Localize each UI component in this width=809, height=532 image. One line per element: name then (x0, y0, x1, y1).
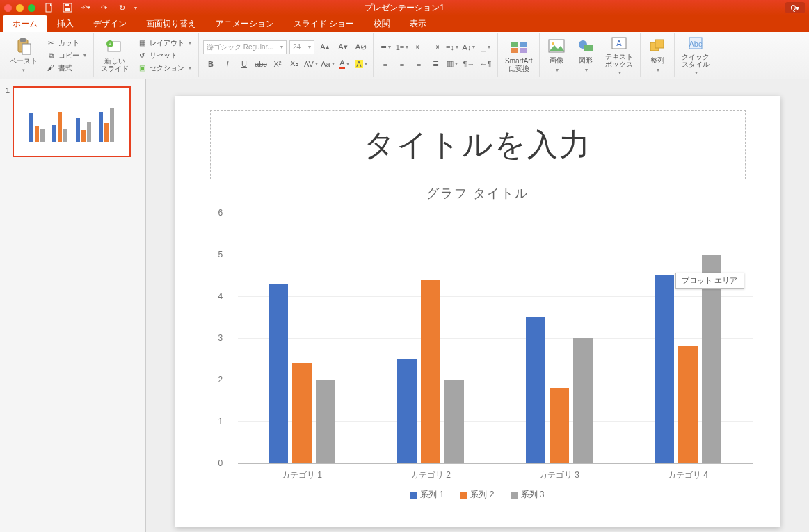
highlight-button[interactable]: A (353, 57, 369, 71)
text-direction-button[interactable]: A↕ (461, 40, 476, 54)
svg-point-15 (552, 42, 554, 45)
bar[interactable] (655, 275, 674, 463)
grow-font-button[interactable]: A▴ (317, 40, 333, 54)
bold-button[interactable]: B (203, 57, 218, 71)
repeat-icon[interactable]: ↻ (116, 2, 127, 13)
font-color-button[interactable]: A (337, 57, 352, 71)
title-placeholder[interactable]: タイトルを入力 (210, 110, 746, 179)
format-painter-button[interactable]: 🖌書式 (43, 63, 89, 74)
bar[interactable] (397, 359, 417, 463)
picture-button[interactable]: 画像 (544, 36, 569, 74)
group-paragraph: ≣ 1≡ ⇤ ⇥ ≡↕ A↕ ⎯ ≡ ≡ ≡ ≣ ▥ ¶→ ←¶ (374, 33, 498, 77)
decrease-indent-button[interactable]: ⇤ (411, 40, 426, 54)
shapes-button[interactable]: 図形 (573, 36, 598, 74)
convert-smartart-button[interactable]: SmartArt に変換 (502, 38, 535, 74)
clear-formatting-button[interactable]: A⊘ (353, 40, 369, 54)
chart-legend[interactable]: 系列 1系列 2系列 3 (196, 489, 760, 501)
group-smartart: SmartArt に変換 (498, 33, 540, 77)
ltr-button[interactable]: ¶→ (461, 57, 476, 71)
shrink-font-button[interactable]: A▾ (335, 40, 351, 54)
align-text-button[interactable]: ⎯ (478, 40, 493, 54)
italic-button[interactable]: I (220, 57, 235, 71)
bar[interactable] (526, 317, 545, 463)
tab-design[interactable]: デザイン (83, 15, 136, 32)
undo-icon[interactable]: ↶▾ (80, 2, 91, 13)
font-size-combo[interactable]: 24▾ (289, 40, 314, 54)
group-slides: + 新しい スライド ▦レイアウト ↺リセット ▣セクション (94, 33, 199, 77)
tab-home[interactable]: ホーム (3, 15, 47, 32)
reset-button[interactable]: ↺リセット (134, 50, 194, 61)
copy-button[interactable]: ⧉コピー (43, 50, 89, 61)
x-tick-label: カテゴリ 1 (238, 469, 367, 481)
align-right-button[interactable]: ≡ (411, 57, 426, 71)
quickstyles-button[interactable]: Abcクイック スタイル (679, 33, 712, 77)
bar[interactable] (421, 280, 440, 463)
qat-customize-dropdown[interactable]: ▾ (134, 5, 137, 11)
arrange-button[interactable]: 整列 (645, 36, 670, 74)
chart-object[interactable]: 0123456 カテゴリ 1カテゴリ 2カテゴリ 3カテゴリ 4 系列 1系列 … (196, 206, 760, 505)
format-painter-icon: 🖌 (46, 63, 56, 73)
y-tick: 3 (218, 333, 223, 343)
underline-button[interactable]: U (237, 57, 252, 71)
legend-entry[interactable]: 系列 1 (410, 489, 444, 501)
char-spacing-button[interactable]: AV (303, 57, 319, 71)
tab-view[interactable]: 表示 (400, 15, 436, 32)
y-tick: 4 (218, 291, 223, 301)
font-name-combo[interactable]: 游ゴシック Regular...▾ (203, 40, 287, 54)
svg-rect-5 (20, 38, 26, 42)
increase-indent-button[interactable]: ⇥ (428, 40, 443, 54)
align-left-button[interactable]: ≡ (378, 57, 393, 71)
plot-area[interactable]: 0123456 (238, 213, 753, 463)
legend-entry[interactable]: 系列 3 (511, 489, 545, 501)
tab-animations[interactable]: アニメーション (206, 15, 284, 32)
close-window-button[interactable] (4, 4, 12, 12)
zoom-window-button[interactable] (28, 4, 35, 12)
bar[interactable] (573, 338, 593, 463)
columns-button[interactable]: ▥ (444, 57, 460, 71)
workspace: 1 ･････････ タイトルを入力 グラフ タイトル 0123456 カテゴ… (0, 79, 809, 532)
justify-button[interactable]: ≣ (428, 57, 443, 71)
tab-insert[interactable]: 挿入 (47, 15, 83, 32)
category-group (624, 213, 753, 463)
redo-icon[interactable]: ↷ (98, 2, 109, 13)
bar[interactable] (444, 380, 464, 463)
paste-button[interactable]: ペースト ▾ (7, 37, 40, 74)
smartart-icon (509, 39, 529, 56)
tab-slideshow[interactable]: スライド ショー (284, 15, 364, 32)
file-icon[interactable] (44, 2, 55, 13)
new-slide-button[interactable]: + 新しい スライド (98, 38, 131, 74)
cut-button[interactable]: ✂カット (43, 38, 89, 49)
numbering-button[interactable]: 1≡ (394, 40, 410, 54)
rtl-button[interactable]: ←¶ (478, 57, 493, 71)
slide-canvas-area[interactable]: タイトルを入力 グラフ タイトル 0123456 カテゴリ 1カテゴリ 2カテゴ… (146, 79, 809, 532)
chart-title[interactable]: グラフ タイトル (196, 185, 760, 202)
bar[interactable] (316, 380, 335, 463)
slide-thumbnail-1[interactable]: ･････････ (13, 86, 131, 157)
tab-transitions[interactable]: 画面切り替え (136, 15, 206, 32)
superscript-button[interactable]: X² (270, 57, 285, 71)
textbox-button[interactable]: Aテキスト ボックス (602, 33, 636, 77)
search-button[interactable]: Q▾ (785, 2, 805, 13)
bullets-button[interactable]: ≣ (378, 40, 393, 54)
bar[interactable] (269, 284, 288, 463)
bar[interactable] (550, 388, 569, 463)
strike-button[interactable]: abc (253, 57, 269, 71)
tab-review[interactable]: 校閲 (364, 15, 400, 32)
layout-button[interactable]: ▦レイアウト (134, 38, 194, 49)
bar[interactable] (292, 363, 312, 463)
bar[interactable] (678, 346, 698, 463)
legend-entry[interactable]: 系列 2 (460, 489, 494, 501)
svg-rect-17 (584, 45, 593, 51)
titlebar: ↶▾ ↷ ↻ ▾ プレゼンテーション1 Q▾ (0, 0, 809, 15)
section-button[interactable]: ▣セクション (134, 63, 194, 74)
save-icon[interactable] (62, 2, 73, 13)
group-quickstyles: Abcクイック スタイル (675, 33, 716, 77)
line-spacing-button[interactable]: ≡↕ (444, 40, 460, 54)
slide[interactable]: タイトルを入力 グラフ タイトル 0123456 カテゴリ 1カテゴリ 2カテゴ… (175, 96, 780, 527)
thumb-chart-preview (19, 99, 124, 147)
slide-thumbnail-pane[interactable]: 1 ･････････ (0, 79, 146, 532)
align-center-button[interactable]: ≡ (394, 57, 410, 71)
change-case-button[interactable]: Aa (320, 57, 335, 71)
subscript-button[interactable]: X₂ (287, 57, 302, 71)
minimize-window-button[interactable] (16, 4, 24, 12)
